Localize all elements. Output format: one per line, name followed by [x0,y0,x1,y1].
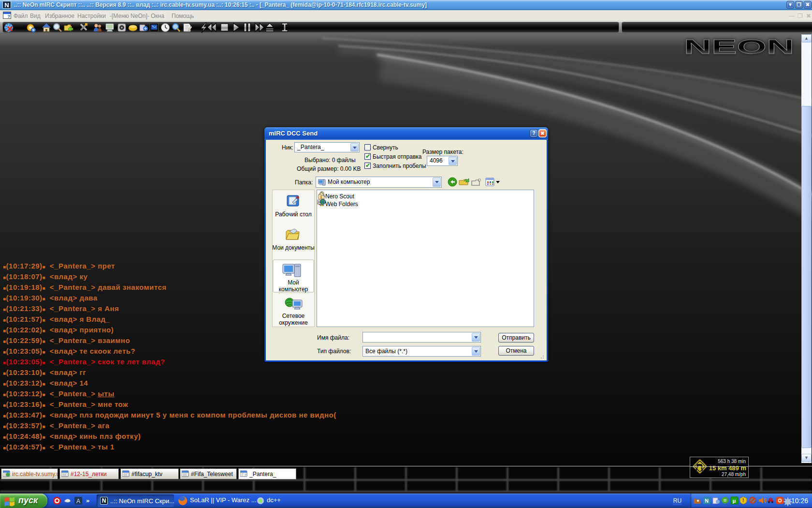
svg-text:A: A [76,498,80,505]
svg-text:окружение: окружение [279,319,308,326]
svg-text:компьютер: компьютер [279,286,308,293]
svg-text:!: ! [742,498,744,503]
svg-text:»: » [86,497,89,504]
svg-text:NEON: NEON [684,35,794,58]
svg-text:μ: μ [733,498,736,504]
svg-text:N: N [705,498,709,504]
svg-text:Мои документы: Мои документы [272,244,314,251]
svg-text:Мой: Мой [288,279,299,286]
svg-text:Рабочий стол: Рабочий стол [275,211,311,218]
svg-text:?: ? [244,473,246,477]
svg-text:Сетевое: Сетевое [282,313,305,319]
